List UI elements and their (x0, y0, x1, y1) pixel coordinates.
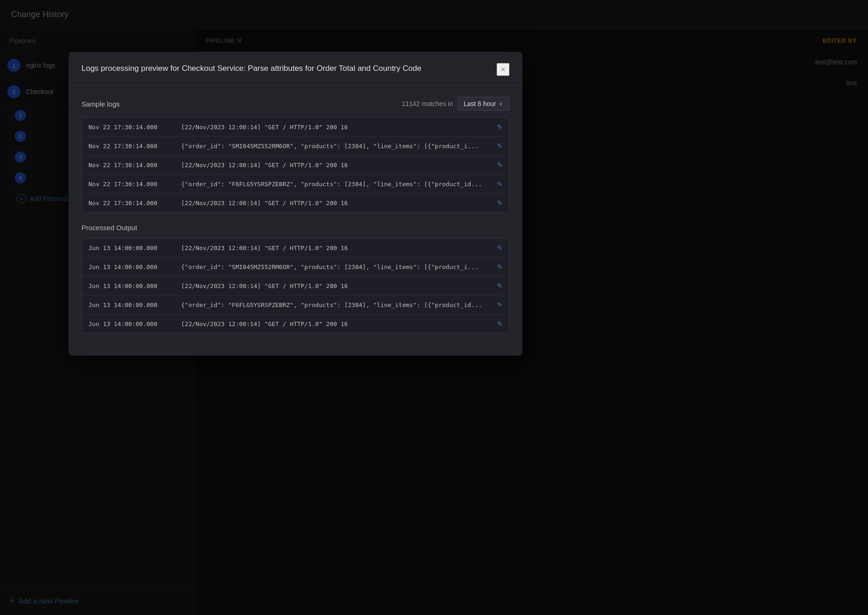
log-row-3: Nov 22 17:30:14.000 [22/Nov/2023 12:00:1… (82, 156, 509, 175)
proc-timestamp-5: Jun 13 14:00:00.000 (88, 320, 181, 327)
proc-content-4: {"order_id": "F6FLG5YSRSPZEBRZ", "produc… (181, 301, 493, 308)
processed-row-1: Jun 13 14:00:00.000 [22/Nov/2023 12:00:1… (82, 238, 509, 257)
proc-edit-icon-5[interactable]: ✎ (497, 320, 503, 327)
log-content-2: {"order_id": "SMI045MZ552RM6OR", "produc… (181, 143, 493, 150)
log-timestamp-5: Nov 22 17:30:14.000 (88, 200, 181, 207)
edit-icon-4[interactable]: ✎ (497, 180, 503, 188)
processed-output-table: Jun 13 14:00:00.000 [22/Nov/2023 12:00:1… (82, 238, 509, 333)
edit-icon-3[interactable]: ✎ (497, 161, 503, 169)
sample-logs-label: Sample logs (82, 100, 120, 108)
processed-row-4: Jun 13 14:00:00.000 {"order_id": "F6FLG5… (82, 295, 509, 314)
edit-icon-2[interactable]: ✎ (497, 142, 503, 150)
log-timestamp-2: Nov 22 17:30:14.000 (88, 143, 181, 150)
modal-title: Logs processing preview for Checkout Ser… (82, 63, 421, 74)
proc-timestamp-4: Jun 13 14:00:00.000 (88, 301, 181, 308)
processed-row-3: Jun 13 14:00:00.000 [22/Nov/2023 12:00:1… (82, 276, 509, 295)
processed-row-2: Jun 13 14:00:00.000 {"order_id": "SMI045… (82, 257, 509, 276)
modal-body: Sample logs 11142 matches in Last 6 hour… (69, 86, 522, 356)
processed-row-5: Jun 13 14:00:00.000 [22/Nov/2023 12:00:1… (82, 314, 509, 333)
log-row-4: Nov 22 17:30:14.000 {"order_id": "F6FLG5… (82, 175, 509, 194)
log-content-3: [22/Nov/2023 12:00:14] "GET / HTTP/1.0" … (181, 162, 493, 169)
log-timestamp-4: Nov 22 17:30:14.000 (88, 181, 181, 188)
log-timestamp-3: Nov 22 17:30:14.000 (88, 162, 181, 169)
sample-logs-table: Nov 22 17:30:14.000 [22/Nov/2023 12:00:1… (82, 117, 509, 213)
log-row-1: Nov 22 17:30:14.000 [22/Nov/2023 12:00:1… (82, 118, 509, 137)
edit-icon-1[interactable]: ✎ (497, 123, 503, 131)
modal-dialog: Logs processing preview for Checkout Ser… (69, 52, 522, 356)
proc-content-1: [22/Nov/2023 12:00:14] "GET / HTTP/1.0" … (181, 245, 493, 251)
time-range-value: Last 6 hour (464, 100, 496, 107)
edit-icon-5[interactable]: ✎ (497, 199, 503, 207)
proc-edit-icon-4[interactable]: ✎ (497, 301, 503, 308)
proc-timestamp-2: Jun 13 14:00:00.000 (88, 264, 181, 270)
log-content-5: [22/Nov/2023 12:00:14] "GET / HTTP/1.0" … (181, 200, 493, 207)
proc-edit-icon-2[interactable]: ✎ (497, 263, 503, 270)
sample-logs-header: Sample logs 11142 matches in Last 6 hour… (82, 97, 509, 111)
log-timestamp-1: Nov 22 17:30:14.000 (88, 124, 181, 131)
proc-timestamp-3: Jun 13 14:00:00.000 (88, 282, 181, 289)
log-content-1: [22/Nov/2023 12:00:14] "GET / HTTP/1.0" … (181, 124, 493, 131)
proc-edit-icon-3[interactable]: ✎ (497, 282, 503, 289)
modal-header: Logs processing preview for Checkout Ser… (69, 52, 522, 86)
log-content-4: {"order_id": "F6FLG5YSRSPZEBRZ", "produc… (181, 181, 493, 188)
proc-timestamp-1: Jun 13 14:00:00.000 (88, 245, 181, 251)
modal-close-button[interactable]: × (497, 63, 509, 76)
proc-edit-icon-1[interactable]: ✎ (497, 244, 503, 251)
proc-content-3: [22/Nov/2023 12:00:14] "GET / HTTP/1.0" … (181, 282, 493, 289)
processed-output-label: Processed Output (82, 224, 509, 232)
time-range-dropdown[interactable]: Last 6 hour ∨ (458, 97, 509, 111)
log-row-5: Nov 22 17:30:14.000 [22/Nov/2023 12:00:1… (82, 194, 509, 212)
matches-info: 11142 matches in Last 6 hour ∨ (402, 97, 509, 111)
proc-content-2: {"order_id": "SMI045MZ552RM6OR", "produc… (181, 264, 493, 270)
chevron-down-icon: ∨ (499, 101, 503, 107)
proc-content-5: [22/Nov/2023 12:00:14] "GET / HTTP/1.0" … (181, 320, 493, 327)
log-row-2: Nov 22 17:30:14.000 {"order_id": "SMI045… (82, 137, 509, 156)
match-count: 11142 matches in (402, 100, 453, 107)
